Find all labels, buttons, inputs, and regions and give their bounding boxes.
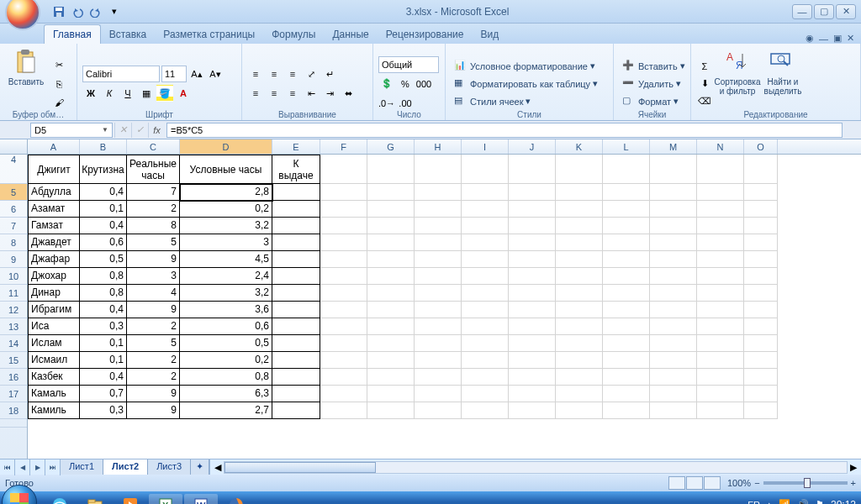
cell-E16[interactable]	[272, 369, 320, 386]
cell-D4[interactable]: Условные часы	[180, 155, 272, 184]
tab-data[interactable]: Данные	[324, 25, 377, 44]
select-all-corner[interactable]	[0, 139, 28, 154]
formula-input[interactable]: =B5*C5	[166, 123, 843, 138]
cell-F13[interactable]	[320, 318, 367, 335]
column-header-H[interactable]: H	[415, 139, 462, 154]
column-header-A[interactable]: A	[28, 139, 80, 154]
cell-B18[interactable]: 0,3	[80, 402, 127, 419]
cell-E14[interactable]	[272, 335, 320, 352]
cell-G14[interactable]	[367, 335, 415, 352]
cell-F17[interactable]	[320, 386, 367, 402]
cell-E11[interactable]	[272, 285, 320, 302]
cell-J9[interactable]	[509, 251, 556, 268]
cell-K18[interactable]	[556, 402, 603, 419]
cell-N6[interactable]	[697, 201, 744, 218]
cell-B17[interactable]: 0,7	[80, 386, 127, 402]
conditional-formatting-button[interactable]: 📊Условное форматирование ▾	[451, 58, 601, 75]
cell-B6[interactable]: 0,1	[80, 201, 127, 218]
cell-B14[interactable]: 0,1	[80, 335, 127, 352]
find-select-button[interactable]: Найти и выделить	[762, 47, 804, 120]
cell-L11[interactable]	[603, 285, 650, 302]
cell-J5[interactable]	[509, 184, 556, 201]
minimize-button[interactable]: ―	[792, 4, 812, 19]
cell-N8[interactable]	[697, 234, 744, 251]
cell-E5[interactable]	[272, 184, 320, 201]
format-painter-icon[interactable]: 🖌	[50, 94, 67, 111]
zoom-level[interactable]: 100%	[727, 478, 751, 488]
cell-H11[interactable]	[415, 285, 462, 302]
cell-H5[interactable]	[415, 184, 462, 201]
cell-G17[interactable]	[367, 386, 415, 402]
cell-A18[interactable]: Камиль	[28, 402, 80, 419]
align-left-icon[interactable]: ≡	[247, 85, 264, 102]
cell-I4[interactable]	[462, 155, 509, 184]
cell-D13[interactable]: 0,6	[180, 318, 272, 335]
cell-K7[interactable]	[556, 218, 603, 234]
cell-C15[interactable]: 2	[127, 352, 180, 369]
cell-D5[interactable]: 2,8	[180, 184, 272, 201]
column-header-N[interactable]: N	[697, 139, 744, 154]
cell-G7[interactable]	[367, 218, 415, 234]
cell-D16[interactable]: 0,8	[180, 369, 272, 386]
cell-J14[interactable]	[509, 335, 556, 352]
cell-K10[interactable]	[556, 268, 603, 285]
cell-B5[interactable]: 0,4	[80, 184, 127, 201]
cell-O6[interactable]	[744, 201, 778, 218]
copy-icon[interactable]: ⎘	[50, 76, 67, 92]
undo-icon[interactable]	[69, 3, 86, 20]
cell-M14[interactable]	[650, 335, 697, 352]
cell-G16[interactable]	[367, 369, 415, 386]
column-header-B[interactable]: B	[80, 139, 127, 154]
taskbar-word-icon[interactable]: W	[184, 494, 218, 505]
cell-M6[interactable]	[650, 201, 697, 218]
row-header-5[interactable]: 5	[0, 184, 27, 201]
cell-H4[interactable]	[415, 155, 462, 184]
cell-H13[interactable]	[415, 318, 462, 335]
cell-J13[interactable]	[509, 318, 556, 335]
cell-B16[interactable]: 0,4	[80, 369, 127, 386]
cell-L4[interactable]	[603, 155, 650, 184]
cell-K4[interactable]	[556, 155, 603, 184]
cell-H18[interactable]	[415, 402, 462, 419]
cell-A13[interactable]: Иса	[28, 318, 80, 335]
cell-C9[interactable]: 9	[127, 251, 180, 268]
cell-M7[interactable]	[650, 218, 697, 234]
cell-L18[interactable]	[603, 402, 650, 419]
cell-J8[interactable]	[509, 234, 556, 251]
cell-G10[interactable]	[367, 268, 415, 285]
format-cells-button[interactable]: ▢Формат ▾	[619, 93, 689, 110]
cell-G5[interactable]	[367, 184, 415, 201]
font-color-icon[interactable]: A	[175, 85, 192, 102]
cell-L13[interactable]	[603, 318, 650, 335]
cell-A10[interactable]: Джохар	[28, 268, 80, 285]
row-header-4[interactable]: 4	[0, 155, 27, 184]
column-header-E[interactable]: E	[272, 139, 320, 154]
doc-minimize-button[interactable]: ―	[819, 34, 828, 44]
cell-I6[interactable]	[462, 201, 509, 218]
wrap-text-icon[interactable]: ↵	[321, 66, 338, 82]
cell-K6[interactable]	[556, 201, 603, 218]
cell-C13[interactable]: 2	[127, 318, 180, 335]
format-as-table-button[interactable]: ▦Форматировать как таблицу ▾	[451, 76, 601, 92]
view-normal-icon[interactable]	[668, 476, 685, 490]
row-header-10[interactable]: 10	[0, 268, 27, 285]
redo-icon[interactable]	[87, 3, 104, 20]
cell-G6[interactable]	[367, 201, 415, 218]
cell-C10[interactable]: 3	[127, 268, 180, 285]
cell-N4[interactable]	[697, 155, 744, 184]
cell-H12[interactable]	[415, 302, 462, 318]
cell-I15[interactable]	[462, 352, 509, 369]
taskbar-media-icon[interactable]	[114, 494, 147, 505]
decrease-indent-icon[interactable]: ⇤	[303, 85, 320, 102]
qat-customize-icon[interactable]: ▾	[106, 3, 123, 20]
tab-page-layout[interactable]: Разметка страницы	[155, 25, 263, 44]
cell-O14[interactable]	[744, 335, 778, 352]
doc-close-button[interactable]: ✕	[847, 33, 854, 44]
cell-M18[interactable]	[650, 402, 697, 419]
cell-K11[interactable]	[556, 285, 603, 302]
cell-A9[interactable]: Джафар	[28, 251, 80, 268]
cell-O13[interactable]	[744, 318, 778, 335]
cell-I14[interactable]	[462, 335, 509, 352]
cell-H9[interactable]	[415, 251, 462, 268]
tray-flag-icon[interactable]: ⚑	[816, 499, 824, 504]
